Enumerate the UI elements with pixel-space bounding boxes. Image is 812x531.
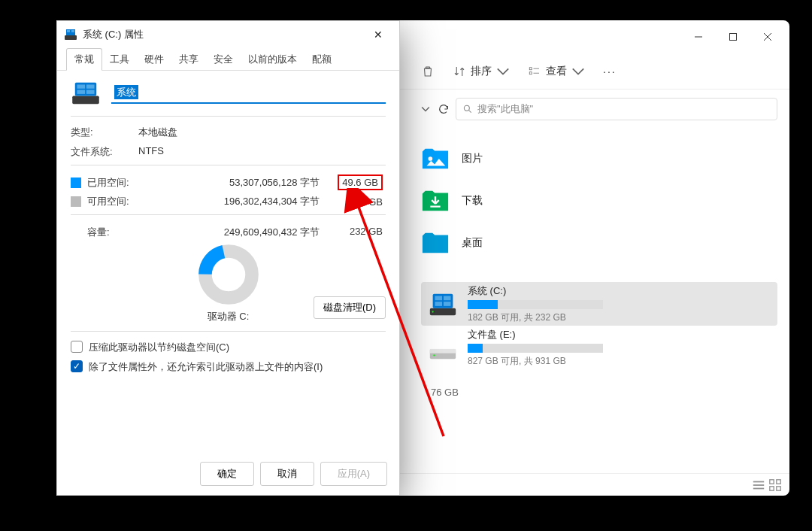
compress-checkbox-row[interactable]: 压缩此驱动器以节约磁盘空间(C) bbox=[71, 341, 386, 354]
used-bytes: 53,307,056,128 字节 bbox=[138, 176, 333, 190]
view-button[interactable]: 查看 bbox=[528, 65, 585, 78]
delete-button[interactable] bbox=[421, 65, 435, 78]
drive-status: 182 GB 可用, 共 232 GB bbox=[468, 311, 771, 324]
dialog-titlebar: 系统 (C:) 属性 ✕ bbox=[57, 21, 399, 48]
svg-rect-24 bbox=[770, 479, 774, 483]
tab-security[interactable]: 安全 bbox=[206, 48, 241, 70]
svg-point-20 bbox=[433, 354, 435, 356]
ok-button[interactable]: 确定 bbox=[200, 462, 254, 486]
used-label: 已用空间: bbox=[87, 176, 138, 190]
svg-rect-32 bbox=[72, 96, 99, 105]
drive-status: 827 GB 可用, 共 931 GB bbox=[468, 355, 771, 368]
drive-name: 系统 (C:) bbox=[468, 284, 771, 298]
folder-desktop[interactable]: 桌面 bbox=[421, 231, 777, 255]
svg-point-17 bbox=[432, 311, 433, 312]
chevron-down-icon bbox=[496, 65, 510, 78]
drive-usage-bar bbox=[468, 344, 603, 353]
tab-general[interactable]: 常规 bbox=[66, 48, 102, 71]
svg-rect-31 bbox=[71, 30, 74, 32]
disk-cleanup-button[interactable]: 磁盘清理(D) bbox=[314, 296, 386, 319]
donut-chart-icon bbox=[198, 244, 259, 305]
dialog-footer: 确定 取消 应用(A) bbox=[57, 453, 399, 495]
view-label: 查看 bbox=[546, 65, 567, 78]
filesystem-value: NTFS bbox=[138, 145, 164, 159]
ssd-drive-icon bbox=[427, 288, 459, 320]
sort-label: 排序 bbox=[471, 65, 492, 78]
sort-icon bbox=[453, 65, 466, 78]
svg-rect-33 bbox=[75, 83, 96, 96]
drive-info: 系统 (C:) 182 GB 可用, 共 232 GB bbox=[468, 284, 771, 324]
more-button[interactable]: ··· bbox=[603, 65, 617, 77]
drive-icon bbox=[65, 29, 77, 40]
svg-rect-16 bbox=[444, 302, 451, 306]
trash-icon bbox=[421, 65, 435, 78]
compress-label: 压缩此驱动器以节约磁盘空间(C) bbox=[89, 341, 229, 354]
view-icon bbox=[528, 65, 541, 78]
drive-info: 文件盘 (E:) 827 GB 可用, 共 931 GB bbox=[468, 328, 771, 368]
svg-rect-1 bbox=[730, 34, 737, 41]
svg-rect-36 bbox=[77, 90, 85, 94]
downloads-icon bbox=[421, 189, 450, 213]
grid-view-icon[interactable] bbox=[768, 478, 782, 492]
search-input[interactable]: 搜索"此电脑" bbox=[456, 98, 777, 120]
type-value: 本地磁盘 bbox=[138, 126, 177, 139]
index-label: 除了文件属性外，还允许索引此驱动器上文件的内容(I) bbox=[89, 360, 323, 374]
usage-chart: 驱动器 C: 磁盘清理(D) bbox=[71, 244, 386, 323]
minimize-button[interactable] bbox=[681, 25, 716, 49]
svg-rect-25 bbox=[777, 479, 780, 483]
used-color-swatch bbox=[71, 178, 81, 188]
tab-previous-versions[interactable]: 以前的版本 bbox=[241, 48, 304, 70]
compress-checkbox[interactable] bbox=[71, 341, 83, 353]
used-space-row: 已用空间: 53,307,056,128 字节 49.6 GB bbox=[71, 174, 386, 190]
dialog-close-button[interactable]: ✕ bbox=[365, 23, 392, 46]
svg-rect-15 bbox=[435, 302, 443, 306]
desktop-icon bbox=[421, 231, 450, 255]
index-checkbox-row[interactable]: 除了文件属性外，还允许索引此驱动器上文件的内容(I) bbox=[71, 360, 386, 374]
pictures-icon bbox=[421, 147, 450, 171]
folder-label: 图片 bbox=[462, 152, 483, 165]
tab-hardware[interactable]: 硬件 bbox=[137, 48, 171, 70]
search-icon bbox=[462, 104, 473, 114]
tab-sharing[interactable]: 共享 bbox=[171, 48, 206, 70]
search-placeholder: 搜索"此电脑" bbox=[477, 102, 533, 116]
apply-button[interactable]: 应用(A) bbox=[320, 462, 387, 486]
free-label: 可用空间: bbox=[87, 195, 138, 208]
refresh-icon[interactable] bbox=[438, 103, 450, 115]
svg-rect-26 bbox=[770, 486, 774, 490]
svg-point-8 bbox=[464, 105, 469, 111]
dialog-body: 系统 类型:本地磁盘 文件系统:NTFS 已用空间: 53,307,056,12… bbox=[57, 71, 399, 453]
tab-quota[interactable]: 配额 bbox=[304, 48, 339, 70]
svg-rect-30 bbox=[67, 30, 70, 32]
svg-rect-13 bbox=[435, 296, 443, 301]
list-view-icon[interactable] bbox=[752, 478, 765, 492]
folder-downloads[interactable]: 下载 bbox=[421, 189, 777, 213]
address-controls bbox=[421, 103, 450, 115]
free-bytes: 196,302,434,304 字节 bbox=[138, 195, 333, 208]
index-checkbox[interactable] bbox=[71, 360, 83, 372]
drive-letter-label: 驱动器 C: bbox=[208, 310, 250, 323]
chevron-down-icon[interactable] bbox=[421, 106, 430, 112]
svg-rect-27 bbox=[777, 486, 780, 490]
close-button[interactable] bbox=[750, 25, 785, 49]
drive-name-row: 系统 bbox=[71, 81, 386, 105]
maximize-button[interactable] bbox=[716, 25, 750, 49]
tab-bar: 常规 工具 硬件 共享 安全 以前的版本 配额 bbox=[57, 48, 399, 71]
cancel-button[interactable]: 取消 bbox=[260, 462, 314, 486]
folder-label: 桌面 bbox=[462, 236, 483, 250]
drive-name: 文件盘 (E:) bbox=[468, 328, 771, 341]
folder-label: 下载 bbox=[462, 194, 483, 208]
drive-e[interactable]: 文件盘 (E:) 827 GB 可用, 共 931 GB bbox=[421, 326, 777, 369]
free-space-row: 可用空间: 196,302,434,304 字节 182 GB bbox=[71, 195, 386, 208]
drive-name-input[interactable]: 系统 bbox=[111, 83, 386, 104]
svg-rect-37 bbox=[86, 90, 95, 94]
capacity-label: 容量: bbox=[87, 226, 138, 239]
sort-button[interactable]: 排序 bbox=[453, 65, 510, 78]
svg-rect-11 bbox=[430, 308, 456, 316]
drive-usage-bar bbox=[468, 300, 603, 309]
folder-pictures[interactable]: 图片 bbox=[421, 147, 777, 171]
type-label: 类型: bbox=[71, 126, 138, 139]
drive-c[interactable]: 系统 (C:) 182 GB 可用, 共 232 GB bbox=[421, 282, 777, 326]
dialog-title: 系统 (C:) 属性 bbox=[83, 28, 144, 41]
tab-tools[interactable]: 工具 bbox=[102, 48, 137, 70]
svg-line-9 bbox=[469, 111, 471, 113]
